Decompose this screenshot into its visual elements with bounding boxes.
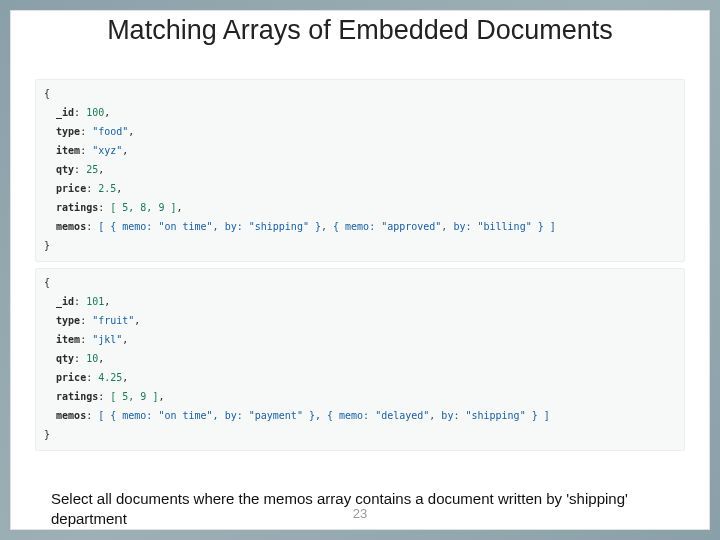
key-memos: memos bbox=[56, 410, 86, 421]
key-id: _id bbox=[56, 296, 74, 307]
key-qty: qty bbox=[56, 353, 74, 364]
val-id: 100 bbox=[86, 107, 104, 118]
val-item: "jkl" bbox=[92, 334, 122, 345]
key-qty: qty bbox=[56, 164, 74, 175]
code-block-1: { _id: 100, type: "food", item: "xyz", q… bbox=[35, 79, 685, 262]
val-qty: 10 bbox=[86, 353, 98, 364]
brace-close: } bbox=[44, 240, 50, 251]
key-memos: memos bbox=[56, 221, 86, 232]
key-ratings: ratings bbox=[56, 391, 98, 402]
slide: Matching Arrays of Embedded Documents { … bbox=[10, 10, 710, 530]
val-type: "food" bbox=[92, 126, 128, 137]
brace-open: { bbox=[44, 88, 50, 99]
val-ratings: [ 5, 9 ] bbox=[110, 391, 158, 402]
val-qty: 25 bbox=[86, 164, 98, 175]
key-type: type bbox=[56, 126, 80, 137]
key-price: price bbox=[56, 183, 86, 194]
brace-open: { bbox=[44, 277, 50, 288]
code-block-2: { _id: 101, type: "fruit", item: "jkl", … bbox=[35, 268, 685, 451]
val-ratings: [ 5, 8, 9 ] bbox=[110, 202, 176, 213]
val-id: 101 bbox=[86, 296, 104, 307]
val-memos: [ { memo: "on time", by: "shipping" }, {… bbox=[98, 221, 556, 232]
key-id: _id bbox=[56, 107, 74, 118]
key-item: item bbox=[56, 145, 80, 156]
key-item: item bbox=[56, 334, 80, 345]
key-type: type bbox=[56, 315, 80, 326]
val-price: 2.5 bbox=[98, 183, 116, 194]
val-price: 4.25 bbox=[98, 372, 122, 383]
brace-close: } bbox=[44, 429, 50, 440]
question-text: Select all documents where the memos arr… bbox=[11, 481, 709, 530]
key-price: price bbox=[56, 372, 86, 383]
code-blocks: { _id: 100, type: "food", item: "xyz", q… bbox=[11, 79, 709, 481]
title-wrap: Matching Arrays of Embedded Documents bbox=[11, 11, 709, 79]
key-ratings: ratings bbox=[56, 202, 98, 213]
val-item: "xyz" bbox=[92, 145, 122, 156]
slide-title: Matching Arrays of Embedded Documents bbox=[51, 15, 669, 46]
page-number: 23 bbox=[11, 506, 709, 521]
val-memos: [ { memo: "on time", by: "payment" }, { … bbox=[98, 410, 550, 421]
val-type: "fruit" bbox=[92, 315, 134, 326]
